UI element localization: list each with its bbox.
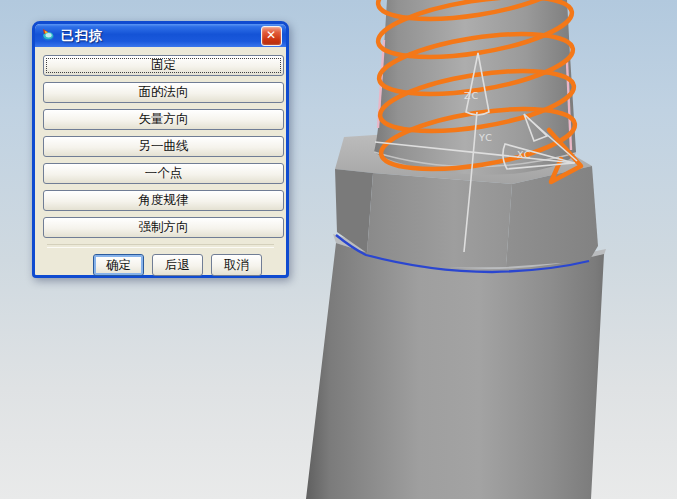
- yc-axis-label: YC: [478, 132, 493, 143]
- dialog-titlebar[interactable]: 已扫掠 ✕: [35, 24, 286, 47]
- option-fixed-button[interactable]: 固定: [43, 55, 284, 76]
- back-button[interactable]: 后退: [152, 254, 203, 276]
- dialog-body: 固定 面的法向 矢量方向 另一曲线 一个点 角度规律 强制方向 确定 后退 取消: [35, 47, 286, 276]
- option-a-point-button[interactable]: 一个点: [43, 163, 284, 184]
- cancel-button[interactable]: 取消: [211, 254, 262, 276]
- option-angle-law-button[interactable]: 角度规律: [43, 190, 284, 211]
- option-face-normal-button[interactable]: 面的法向: [43, 82, 284, 103]
- dialog-title: 已扫掠: [61, 27, 256, 45]
- zc-axis-label: ZC: [464, 90, 479, 101]
- app-icon: [40, 28, 56, 44]
- option-vector-direction-button[interactable]: 矢量方向: [43, 109, 284, 130]
- hex-head-front-face[interactable]: [367, 173, 512, 268]
- ok-button[interactable]: 确定: [93, 254, 144, 276]
- swept-dialog: 已扫掠 ✕ 固定 面的法向 矢量方向 另一曲线 一个点 角度规律 强制方向 确定…: [32, 21, 289, 278]
- xc-axis-label: XC: [517, 149, 531, 160]
- option-forced-direction-button[interactable]: 强制方向: [43, 217, 284, 238]
- action-row: 确定 后退 取消: [43, 248, 278, 276]
- close-icon: ✕: [266, 28, 277, 42]
- option-another-curve-button[interactable]: 另一曲线: [43, 136, 284, 157]
- close-button[interactable]: ✕: [261, 26, 282, 46]
- base-cylinder-face[interactable]: [306, 243, 604, 499]
